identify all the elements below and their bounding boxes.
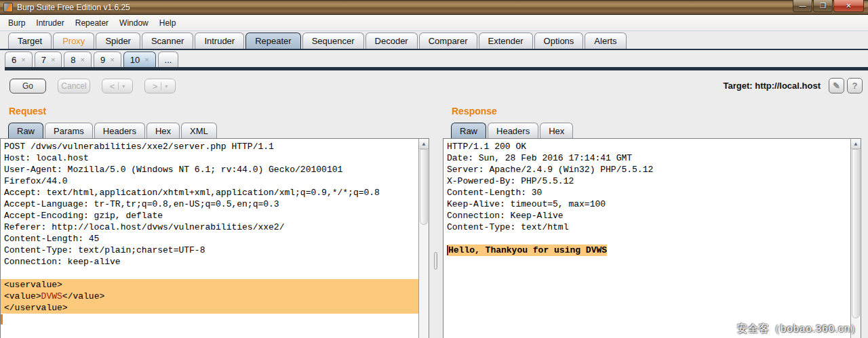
request-line: Content-Type: text/plain;charset=UTF-8 [1, 245, 418, 256]
tab-repeater[interactable]: Repeater [245, 33, 300, 49]
divider-grip-handle[interactable] [434, 252, 437, 270]
close-tab-icon[interactable]: × [144, 56, 149, 64]
tab-intruder[interactable]: Intruder [195, 33, 244, 49]
response-blank-line [443, 233, 850, 245]
target-zone: Target: http://local.host ✎ ? [724, 78, 863, 93]
title-bar: Burp Suite Free Edition v1.6.25 — ❐ ✕ [0, 0, 868, 15]
target-host-label: Target: http://local.host [724, 81, 821, 91]
window-controls: — ❐ ✕ [792, 0, 864, 12]
close-button[interactable]: ✕ [833, 0, 864, 12]
question-icon: ? [852, 81, 858, 91]
response-body-line: Hello, Thankyou for using DVWS [443, 245, 850, 256]
help-button[interactable]: ? [847, 78, 863, 93]
repeater-tab-10[interactable]: 10× [123, 51, 156, 67]
response-editor[interactable]: HTTP/1.1 200 OK Date: Sun, 28 Feb 2016 1… [443, 138, 861, 338]
request-line: Content-Length: 45 [1, 233, 418, 245]
response-pane: Response Raw Headers Hex HTTP/1.1 200 OK… [443, 102, 861, 338]
request-blank-line [1, 268, 418, 279]
response-line: Date: Sun, 28 Feb 2016 17:14:41 GMT [443, 152, 850, 164]
text-cursor [1, 314, 418, 325]
next-request-button: > ▾ [144, 79, 176, 93]
tab-sequencer[interactable]: Sequencer [302, 33, 364, 49]
response-tab-raw[interactable]: Raw [451, 123, 486, 138]
response-scrollbar[interactable]: ▲ [850, 139, 861, 338]
repeater-tab-8[interactable]: 8× [64, 51, 92, 67]
request-line: Accept-Language: tr-TR,tr;q=0.8,en-US;q=… [1, 198, 418, 210]
tab-proxy[interactable]: Proxy [53, 33, 94, 49]
menu-window[interactable]: Window [114, 16, 154, 30]
response-line: Content-Length: 30 [443, 187, 850, 198]
tab-extender[interactable]: Extender [479, 33, 533, 49]
burp-logo-icon [3, 3, 13, 12]
prev-request-button: < ▾ [102, 79, 133, 93]
request-body-line: </uservalue> [1, 302, 418, 314]
pane-divider[interactable] [429, 102, 443, 338]
minimize-button[interactable]: — [793, 0, 812, 12]
repeater-tab-bar: 6× 7× 8× 9× 10× ... [0, 50, 868, 70]
cancel-button: Cancel [58, 79, 90, 93]
request-line: Firefox/44.0 [1, 175, 418, 187]
request-title: Request [0, 102, 429, 121]
watermark: 安全客（bobao.360.cn） [737, 322, 861, 335]
response-line: Connection: Keep-Alive [443, 210, 850, 221]
main-tab-bar: Target Proxy Spider Scanner Intruder Rep… [0, 31, 868, 50]
request-editor[interactable]: POST /dvws/vulnerabilities/xxe2/server.p… [0, 138, 429, 338]
request-tab-raw[interactable]: Raw [8, 123, 43, 138]
menu-intruder[interactable]: Intruder [31, 16, 69, 30]
pencil-icon: ✎ [833, 81, 840, 91]
edit-target-button[interactable]: ✎ [829, 78, 844, 93]
close-tab-icon[interactable]: × [81, 56, 85, 64]
repeater-tab-6[interactable]: 6× [5, 51, 33, 67]
response-line: Content-Type: text/html [443, 221, 850, 233]
request-line: Accept: text/html,application/xhtml+xml,… [1, 187, 418, 198]
scrollbar-thumb[interactable] [852, 149, 860, 318]
chevron-down-icon: ▾ [165, 83, 167, 89]
request-line: Accept-Encoding: gzip, deflate [1, 210, 418, 221]
tab-scanner[interactable]: Scanner [142, 33, 193, 49]
tab-target[interactable]: Target [8, 33, 52, 49]
xml-value: DVWS [41, 291, 62, 301]
request-pane: Request Raw Params Headers Hex XML POST … [0, 102, 429, 338]
menu-bar: Burp Intruder Repeater Window Help [0, 15, 868, 31]
response-title: Response [443, 102, 861, 121]
scroll-up-icon[interactable]: ▲ [851, 139, 861, 149]
tab-alerts[interactable]: Alerts [585, 33, 626, 49]
repeater-tab-9[interactable]: 9× [94, 51, 121, 67]
window-title: Burp Suite Free Edition v1.6.25 [17, 3, 130, 12]
menu-help[interactable]: Help [154, 16, 182, 30]
response-tab-headers[interactable]: Headers [488, 123, 538, 138]
response-line: HTTP/1.1 200 OK [443, 141, 850, 152]
repeater-toolbar: Go Cancel < ▾ > ▾ Target: http://local.h… [0, 70, 868, 102]
request-tab-hex[interactable]: Hex [146, 123, 180, 138]
response-tab-hex[interactable]: Hex [540, 123, 573, 138]
request-tab-headers[interactable]: Headers [94, 123, 145, 138]
response-tab-bar: Raw Headers Hex [443, 121, 861, 138]
request-scrollbar[interactable]: ▲ [418, 139, 429, 338]
scroll-up-icon[interactable]: ▲ [419, 139, 429, 149]
close-tab-icon[interactable]: × [21, 56, 25, 64]
message-panes: Request Raw Params Headers Hex XML POST … [0, 102, 868, 338]
repeater-tab-7[interactable]: 7× [35, 51, 62, 67]
request-body-line: <value>DVWS</value> [1, 291, 418, 302]
scrollbar-thumb[interactable] [420, 149, 428, 225]
close-tab-icon[interactable]: × [110, 56, 114, 64]
tab-options[interactable]: Options [534, 33, 584, 49]
request-tab-xml[interactable]: XML [181, 123, 217, 138]
menu-repeater[interactable]: Repeater [70, 16, 114, 30]
request-line: User-Agent: Mozilla/5.0 (Windows NT 6.1;… [1, 164, 418, 175]
tab-decoder[interactable]: Decoder [366, 33, 418, 49]
maximize-button[interactable]: ❐ [813, 0, 833, 12]
highlighted-response-message: Hello, Thankyou for using DVWS [448, 245, 607, 256]
response-line: X-Powered-By: PHP/5.5.12 [443, 175, 850, 187]
request-tab-params[interactable]: Params [45, 123, 93, 138]
tab-spider[interactable]: Spider [96, 33, 140, 49]
request-line: POST /dvws/vulnerabilities/xxe2/server.p… [1, 141, 418, 152]
go-button[interactable]: Go [9, 79, 46, 93]
request-line: Referer: http://local.host/dvws/vulnerab… [1, 221, 418, 233]
menu-burp[interactable]: Burp [3, 16, 31, 30]
response-line: Keep-Alive: timeout=5, max=100 [443, 198, 850, 210]
request-tab-bar: Raw Params Headers Hex XML [0, 121, 429, 138]
tab-comparer[interactable]: Comparer [419, 33, 477, 49]
repeater-tab-more[interactable]: ... [158, 51, 179, 67]
close-tab-icon[interactable]: × [51, 56, 55, 64]
